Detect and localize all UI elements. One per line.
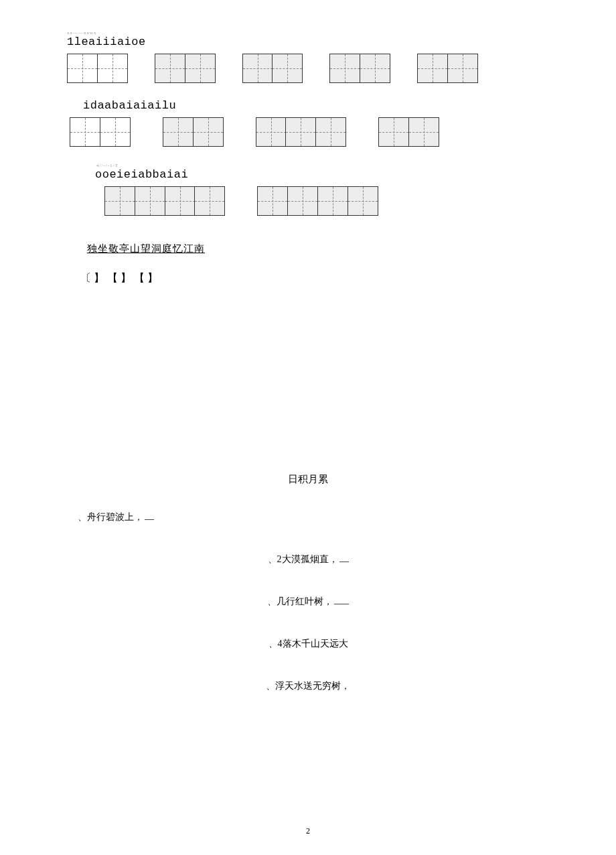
pinyin-line-1: 1leaiiiaioe	[67, 36, 549, 48]
writing-cell	[417, 54, 448, 83]
writing-cell	[194, 186, 225, 216]
poem-line-1: 、舟行碧波上，	[78, 511, 549, 523]
box-row-2	[70, 117, 549, 147]
box-group	[329, 54, 390, 83]
writing-cell	[67, 54, 98, 83]
tiny-label-a: xx——xxwx	[67, 30, 549, 36]
box-group	[257, 186, 378, 216]
poem-text: 、4落木千山天远大	[268, 639, 348, 649]
box-group	[155, 54, 216, 83]
writing-cell	[272, 54, 303, 83]
writing-cell	[378, 117, 409, 147]
page-number: 2	[0, 826, 616, 836]
underline-title: 独坐敬亭山望洞庭忆江南	[87, 243, 549, 255]
box-group	[378, 117, 439, 147]
brackets-row: 〔】【】【】	[80, 271, 549, 285]
fill-blank[interactable]	[339, 562, 349, 562]
poem-line-5: 、浮天水送无穷树，	[67, 680, 549, 692]
pinyin-line-3: ooeieiabbaiai	[95, 168, 549, 181]
box-group	[104, 186, 225, 216]
writing-cell	[242, 54, 273, 83]
writing-cell	[163, 117, 194, 147]
writing-cell	[360, 54, 390, 83]
writing-cell	[70, 117, 100, 147]
writing-cell	[193, 117, 224, 147]
poem-text: 、浮天水送无穷树，	[266, 681, 350, 691]
writing-cell	[315, 117, 346, 147]
box-group	[417, 54, 478, 83]
fill-blank[interactable]	[334, 604, 349, 604]
poem-line-4: 、4落木千山天远大	[67, 638, 549, 650]
writing-cell	[287, 186, 318, 216]
writing-cell	[104, 186, 135, 216]
box-group	[67, 54, 128, 83]
writing-cell	[257, 186, 288, 216]
writing-cell	[155, 54, 185, 83]
poem-line-2: 、2大漠孤烟直，	[67, 553, 549, 566]
writing-cell	[185, 54, 216, 83]
writing-cell	[329, 54, 360, 83]
poem-line-3: 、几行红叶树，	[67, 596, 549, 608]
poem-text: 、几行红叶树，	[267, 596, 333, 606]
poem-text: 、舟行碧波上，	[78, 512, 143, 522]
writing-cell	[348, 186, 378, 216]
writing-cell	[317, 186, 348, 216]
writing-cell	[285, 117, 316, 147]
writing-cell	[97, 54, 128, 83]
writing-cell	[447, 54, 478, 83]
writing-cell	[256, 117, 287, 147]
poem-text: 、2大漠孤烟直，	[268, 554, 338, 564]
writing-cell	[135, 186, 165, 216]
box-group	[256, 117, 347, 147]
box-group	[163, 117, 224, 147]
box-group	[70, 117, 131, 147]
writing-cell	[100, 117, 131, 147]
fill-blank[interactable]	[145, 519, 154, 520]
writing-cell	[165, 186, 196, 216]
writing-cell	[408, 117, 439, 147]
box-row-3	[104, 186, 549, 216]
pinyin-line-2: idaabaiaiailu	[83, 99, 549, 112]
section-title: 日积月累	[67, 473, 549, 486]
box-group	[242, 54, 303, 83]
tiny-label-b: 4//-/-1-T	[96, 163, 549, 168]
box-row-1	[67, 54, 549, 83]
